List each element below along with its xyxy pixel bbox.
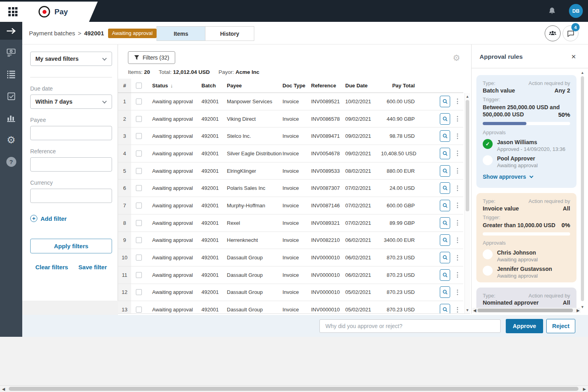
apply-filters-button[interactable]: Apply filters <box>30 239 112 253</box>
scroll-down-arrow[interactable]: ▼ <box>465 308 470 312</box>
cell-payee: Silver Eagle Distribution <box>227 151 282 156</box>
saved-filters-select[interactable]: My saved filters <box>30 52 112 66</box>
sidebar-item-reports[interactable] <box>0 108 22 127</box>
tab-items[interactable]: Items <box>157 26 205 41</box>
sidebar-item-help[interactable]: ? <box>0 152 22 171</box>
tab-history[interactable]: History <box>205 26 254 41</box>
row-checkbox[interactable] <box>136 220 142 226</box>
show-approvers-link[interactable]: Show approvers <box>483 174 570 180</box>
table-vertical-scrollbar[interactable]: ▲ ▼ <box>464 93 470 314</box>
row-menu-kebab-icon[interactable] <box>457 203 458 208</box>
row-menu-kebab-icon[interactable] <box>457 98 458 104</box>
column-status[interactable]: Status↓ <box>147 83 201 89</box>
row-menu-kebab-icon[interactable] <box>457 238 458 243</box>
row-checkbox[interactable] <box>136 98 142 104</box>
currency-input[interactable] <box>30 189 112 203</box>
scroll-up-arrow[interactable]: ▲ <box>465 95 470 98</box>
view-item-button[interactable] <box>440 148 450 159</box>
cell-payee: Stelco Inc. <box>227 133 282 139</box>
filters-button[interactable]: Filters (32) <box>128 51 175 64</box>
approver-state-icon <box>483 266 493 276</box>
row-checkbox[interactable] <box>136 185 142 191</box>
reject-button[interactable]: Reject <box>546 319 575 333</box>
column-payee[interactable]: Payee <box>227 83 282 89</box>
row-menu-kebab-icon[interactable] <box>457 220 458 226</box>
close-icon[interactable]: ✕ <box>571 53 576 60</box>
view-item-button[interactable] <box>440 217 450 229</box>
scroll-left-arrow[interactable]: ◀ <box>473 308 476 313</box>
sidebar-item-approvals[interactable] <box>0 87 22 106</box>
comment-input[interactable] <box>319 319 501 333</box>
row-checkbox[interactable] <box>136 116 142 122</box>
breadcrumb-root[interactable]: Payment batches <box>29 30 75 37</box>
column-reference[interactable]: Reference <box>311 83 345 89</box>
cell-batch: 492001 <box>201 168 227 174</box>
cell-pay-total: 870.23 USD <box>381 255 415 261</box>
sidebar-item-payments[interactable] <box>0 43 22 62</box>
column-doc-type[interactable]: Doc Type <box>282 83 311 89</box>
scroll-right-arrow[interactable]: ▶ <box>583 386 586 392</box>
clear-filters-link[interactable]: Clear filters <box>35 264 68 270</box>
row-checkbox[interactable] <box>136 168 142 174</box>
view-item-button[interactable] <box>440 234 450 246</box>
row-checkbox[interactable] <box>136 133 142 139</box>
row-checkbox[interactable] <box>136 307 142 313</box>
view-item-button[interactable] <box>440 286 450 298</box>
row-menu-kebab-icon[interactable] <box>457 255 458 261</box>
panel-horizontal-scrollbar[interactable]: ◀ ▶ <box>472 308 580 313</box>
row-menu-kebab-icon[interactable] <box>457 151 458 156</box>
row-menu-kebab-icon[interactable] <box>457 133 458 139</box>
view-item-button[interactable] <box>440 182 450 194</box>
view-item-button[interactable] <box>440 269 450 281</box>
row-menu-kebab-icon[interactable] <box>457 116 458 122</box>
view-item-button[interactable] <box>440 252 450 263</box>
notifications-bell-icon[interactable] <box>548 7 556 17</box>
row-menu-kebab-icon[interactable] <box>457 290 458 295</box>
row-checkbox[interactable] <box>136 255 142 261</box>
user-avatar[interactable]: DB <box>569 4 583 18</box>
row-menu-kebab-icon[interactable] <box>457 307 458 313</box>
add-filter-link[interactable]: + Add filter <box>30 215 112 222</box>
sidebar-item-list[interactable] <box>0 65 22 84</box>
view-item-button[interactable] <box>440 200 450 211</box>
reference-input[interactable] <box>30 157 112 172</box>
magnifier-icon <box>442 220 448 226</box>
sidebar-item-collapse[interactable] <box>0 22 22 40</box>
sidebar-item-settings[interactable]: ⚙ <box>0 130 22 149</box>
save-filter-link[interactable]: Save filter <box>78 264 107 270</box>
view-item-button[interactable] <box>440 165 450 177</box>
column-pay-total[interactable]: Pay Total <box>381 83 415 89</box>
panel-vertical-scrollbar[interactable]: ▲ ▼ <box>580 71 585 309</box>
page-horizontal-scrollbar[interactable]: ◀ ▶ <box>0 385 588 392</box>
app-grid-icon[interactable] <box>8 7 18 17</box>
approve-button[interactable]: Approve <box>506 319 543 333</box>
cell-pay-total: 880.00 EUR <box>381 168 415 174</box>
row-menu-kebab-icon[interactable] <box>457 185 458 191</box>
table-settings-gear-icon[interactable]: ⚙ <box>450 52 463 64</box>
select-all-checkbox[interactable] <box>136 83 142 89</box>
approver-pool-button[interactable] <box>545 25 561 41</box>
row-checkbox[interactable] <box>136 203 142 209</box>
row-checkbox[interactable] <box>136 151 142 156</box>
row-menu-kebab-icon[interactable] <box>457 272 458 278</box>
row-menu-kebab-icon[interactable] <box>457 168 458 174</box>
column-due-date[interactable]: Due Date <box>345 83 381 89</box>
row-checkbox[interactable] <box>136 237 142 243</box>
view-item-button[interactable] <box>440 113 450 125</box>
view-item-button[interactable] <box>440 304 450 314</box>
scroll-up-arrow[interactable]: ▲ <box>580 71 585 75</box>
cell-batch: 492001 <box>201 203 227 209</box>
cell-status: Awaiting approval <box>147 272 201 278</box>
due-date-select[interactable]: Within 7 days <box>30 95 112 109</box>
view-item-button[interactable] <box>440 130 450 142</box>
scroll-down-arrow[interactable]: ▼ <box>580 305 585 309</box>
comments-button[interactable]: 4 <box>563 25 578 41</box>
row-checkbox[interactable] <box>136 272 142 278</box>
scroll-right-arrow[interactable]: ▶ <box>576 308 580 313</box>
row-checkbox[interactable] <box>136 289 142 295</box>
scroll-left-arrow[interactable]: ◀ <box>2 386 5 392</box>
payee-input[interactable] <box>30 126 112 140</box>
table-row: 7 Awaiting approval 492001 Murphy-Hoffma… <box>118 197 463 214</box>
view-item-button[interactable] <box>440 96 450 107</box>
column-batch[interactable]: Batch <box>201 83 227 89</box>
